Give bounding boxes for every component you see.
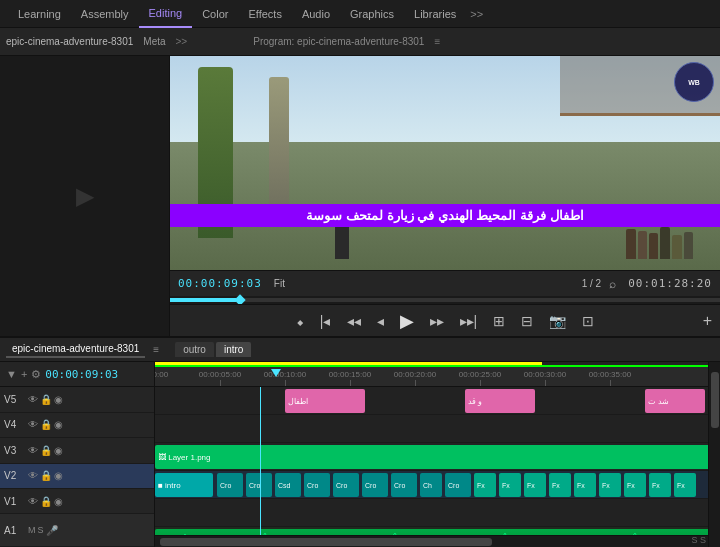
track-v3-sync[interactable]: ◉ xyxy=(54,445,63,456)
clip-v2-cro-2[interactable]: Cro xyxy=(246,473,272,497)
seq-tab-intro[interactable]: intro xyxy=(216,342,251,357)
fit-dropdown[interactable]: Fit xyxy=(274,278,285,289)
settings-icon[interactable]: ⚙ xyxy=(31,368,41,381)
clip-v5-3[interactable]: شد ت xyxy=(645,389,705,413)
track-row-v3: V3 👁 🔒 ◉ xyxy=(0,438,154,463)
clip-v2-cro-1[interactable]: Cro xyxy=(217,473,243,497)
playbar[interactable] xyxy=(170,296,720,304)
nav-color[interactable]: Color xyxy=(192,0,238,28)
clip-v2-cro-5[interactable]: Cro xyxy=(362,473,388,497)
ruler-mark-1: 00:00:05:00 xyxy=(199,370,241,379)
ruler-tick-3 xyxy=(350,380,351,386)
track-v1-sync[interactable]: ◉ xyxy=(54,496,63,507)
clip-v2-cro-4[interactable]: Cro xyxy=(333,473,359,497)
clip-v2-fx-5[interactable]: Fx xyxy=(574,473,596,497)
clip-v2-fx-1[interactable]: Fx xyxy=(474,473,496,497)
transport-to-in[interactable]: |◂ xyxy=(316,311,335,331)
nav-learning[interactable]: Learning xyxy=(8,0,71,28)
clip-v2-fx-6[interactable]: Fx xyxy=(599,473,621,497)
clip-v3-layer1[interactable]: 🖼 Layer 1.png xyxy=(155,445,708,469)
horizontal-scroll-thumb[interactable] xyxy=(160,538,492,546)
ruler-tracks-area: :00:00 00:00:05:00 00:00:10:00 00:00:15:… xyxy=(155,362,708,547)
ruler-tick-2 xyxy=(285,380,286,386)
nav-overflow[interactable]: >> xyxy=(470,8,483,20)
track-a1-m[interactable]: M xyxy=(28,525,36,535)
track-v1-eye[interactable]: 👁 xyxy=(28,496,38,507)
clip-v2-cro-7[interactable]: Cro xyxy=(445,473,471,497)
ruler[interactable]: :00:00 00:00:05:00 00:00:10:00 00:00:15:… xyxy=(155,367,708,387)
clip-v2-cro-3[interactable]: Cro xyxy=(304,473,330,497)
filter-icon[interactable]: ▼ xyxy=(6,368,17,380)
ruler-tick-1 xyxy=(220,380,221,386)
seq-tab-outro[interactable]: outro xyxy=(175,342,214,357)
nav-audio[interactable]: Audio xyxy=(292,0,340,28)
track-v4-sync[interactable]: ◉ xyxy=(54,419,63,430)
playbar-track[interactable] xyxy=(170,298,720,302)
track-a1-s[interactable]: S xyxy=(38,525,44,535)
timeline-tab-sequence[interactable]: epic-cinema-adventure-8301 xyxy=(6,341,145,358)
add-track-icon[interactable]: + xyxy=(21,368,27,380)
track-v3-eye[interactable]: 👁 xyxy=(28,445,38,456)
nav-assembly[interactable]: Assembly xyxy=(71,0,139,28)
vertical-scroll-thumb[interactable] xyxy=(711,372,719,428)
track-a1-mic[interactable]: 🎤 xyxy=(46,525,58,536)
transport-multi[interactable]: ⊡ xyxy=(578,311,598,331)
clip-v2-csd[interactable]: Csd xyxy=(275,473,301,497)
transport-camera[interactable]: 📷 xyxy=(545,311,570,331)
track-v4-eye[interactable]: 👁 xyxy=(28,419,38,430)
nav-editing[interactable]: Editing xyxy=(139,0,193,28)
transport-insert[interactable]: ⊞ xyxy=(489,311,509,331)
track-v4-lock[interactable]: 🔒 xyxy=(40,419,52,430)
transport-forward[interactable]: ▸▸ xyxy=(426,311,448,331)
zoom-icon[interactable]: ⌕ xyxy=(609,277,616,291)
transport-to-out[interactable]: ▸▸| xyxy=(456,311,482,331)
track-row-v2: V2 👁 🔒 ◉ xyxy=(0,464,154,489)
logo-badge: WB xyxy=(674,62,714,102)
track-v2-sync[interactable]: ◉ xyxy=(54,470,63,481)
track-v3-lock[interactable]: 🔒 xyxy=(40,445,52,456)
track-v5-sync[interactable]: ◉ xyxy=(54,394,63,405)
transport-marker[interactable]: ⬥ xyxy=(292,311,308,331)
top-nav: Learning Assembly Editing Color Effects … xyxy=(0,0,720,28)
track-a1-label: A1 xyxy=(4,525,26,536)
clip-v2-ch[interactable]: Ch xyxy=(420,473,442,497)
clip-v2-fx-8[interactable]: Fx xyxy=(649,473,671,497)
transport-step-back[interactable]: ◂◂ xyxy=(343,311,365,331)
clip-v2-fx-7[interactable]: Fx xyxy=(624,473,646,497)
clip-a1-audio[interactable] xyxy=(155,529,708,535)
track-v2-label: V2 xyxy=(4,470,26,481)
clip-v5-1[interactable]: اطفال xyxy=(285,389,365,413)
program-panel-label: Program: epic-cinema-adventure-8301 xyxy=(253,36,424,47)
clip-v2-intro[interactable]: ■ intro xyxy=(155,473,213,497)
current-timecode: 00:00:09:03 xyxy=(178,277,262,290)
bottom-scrollbar[interactable] xyxy=(155,535,708,547)
clip-v2-fx-3[interactable]: Fx xyxy=(524,473,546,497)
track-v2-eye[interactable]: 👁 xyxy=(28,470,38,481)
program-panel-menu[interactable]: ≡ xyxy=(434,36,440,47)
ruler-mark-4: 00:00:20:00 xyxy=(394,370,436,379)
source-panel-arrows[interactable]: >> xyxy=(176,36,188,47)
track-v3-label: V3 xyxy=(4,445,26,456)
nav-effects[interactable]: Effects xyxy=(238,0,291,28)
transport-add[interactable]: + xyxy=(703,312,712,330)
ruler-mark-6: 00:00:30:00 xyxy=(524,370,566,379)
track-v1-lock[interactable]: 🔒 xyxy=(40,496,52,507)
nav-libraries[interactable]: Libraries xyxy=(404,0,466,28)
clip-v2-cro-6[interactable]: Cro xyxy=(391,473,417,497)
clip-v2-fx-2[interactable]: Fx xyxy=(499,473,521,497)
track-controls-header: ▼ + ⚙ 00:00:09:03 xyxy=(0,362,154,387)
track-v5-eye[interactable]: 👁 xyxy=(28,394,38,405)
video-controls-row: 00:00:09:03 Fit 1 / 2 ⌕ 00:01:28:20 xyxy=(170,270,720,296)
track-v5-label: V5 xyxy=(4,394,26,405)
nav-graphics[interactable]: Graphics xyxy=(340,0,404,28)
transport-lift[interactable]: ⊟ xyxy=(517,311,537,331)
track-v5-lock[interactable]: 🔒 xyxy=(40,394,52,405)
transport-back[interactable]: ◂ xyxy=(373,311,388,331)
clip-v5-2[interactable]: و قد xyxy=(465,389,535,413)
transport-play[interactable]: ▶ xyxy=(396,308,418,334)
clip-v2-fx-4[interactable]: Fx xyxy=(549,473,571,497)
track-v2-lock[interactable]: 🔒 xyxy=(40,470,52,481)
right-scrollbar[interactable] xyxy=(708,362,720,547)
ruler-tick-6 xyxy=(545,380,546,386)
clip-v2-fx-9[interactable]: Fx xyxy=(674,473,696,497)
